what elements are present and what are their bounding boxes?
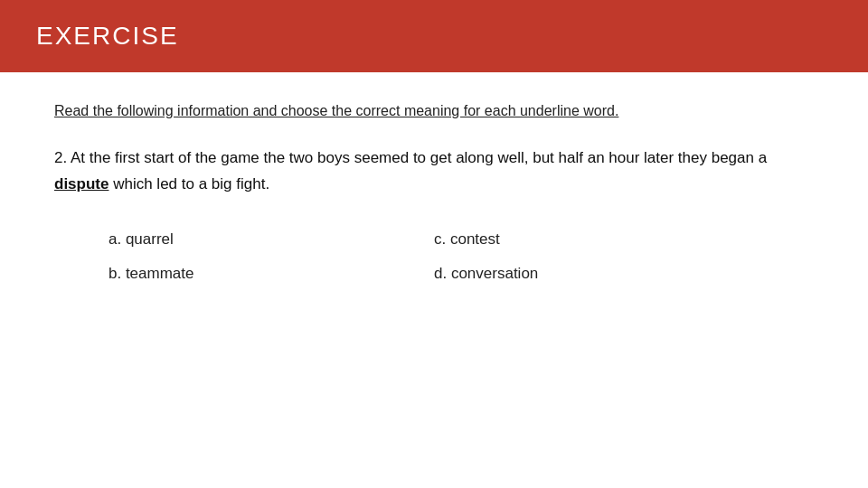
content-area: Read the following information and choos…: [0, 72, 868, 301]
answer-d: d. conversation: [434, 265, 760, 283]
passage-before: At the first start of the game the two b…: [67, 149, 767, 166]
answer-b: b. teammate: [108, 265, 434, 283]
passage-highlight: dispute: [54, 175, 108, 192]
header: EXERCISE: [0, 0, 868, 72]
answer-a: a. quarrel: [108, 230, 434, 249]
instruction-text: Read the following information and choos…: [54, 99, 814, 123]
passage-text: 2. At the first start of the game the tw…: [54, 145, 814, 199]
passage-number: 2.: [54, 149, 67, 166]
answer-choices: a. quarrel c. contest b. teammate d. con…: [54, 230, 814, 283]
page-title: EXERCISE: [36, 22, 179, 51]
passage-after: which led to a big fight.: [113, 175, 269, 192]
answer-c: c. contest: [434, 230, 760, 249]
